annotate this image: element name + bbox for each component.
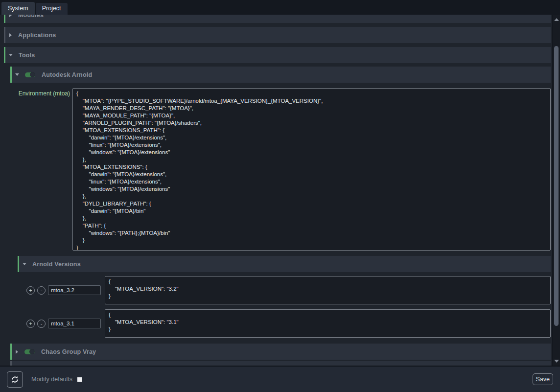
- remove-version-button[interactable]: -: [37, 286, 46, 295]
- modify-defaults-label: Modify defaults: [31, 376, 72, 383]
- toggle-knob: [30, 72, 35, 77]
- chevron-right-icon: [9, 33, 12, 37]
- save-button[interactable]: Save: [533, 373, 554, 385]
- tab-bar: System Project: [0, 0, 560, 15]
- section-header-chaos-group-vray[interactable]: Chaos Group Vray: [10, 344, 551, 360]
- version-key-input[interactable]: [48, 285, 101, 295]
- section-header-arnold-versions[interactable]: Arnold Versions: [18, 256, 551, 272]
- vray-enabled-toggle[interactable]: [24, 349, 35, 354]
- section-header-applications[interactable]: Applications: [4, 27, 551, 43]
- settings-content: Modules Applications Tools Autodesk Arno…: [0, 15, 552, 366]
- scroll-up-button[interactable]: [553, 16, 560, 23]
- settings-window: System Project Modules Applications Tool…: [0, 0, 560, 392]
- tab-project[interactable]: Project: [36, 3, 68, 15]
- vertical-scrollbar[interactable]: [552, 15, 560, 366]
- triangle-up-icon: [554, 18, 559, 21]
- section-label: Arnold Versions: [32, 261, 81, 268]
- section-label: Autodesk Arnold: [42, 71, 92, 78]
- version-row-controls: + -: [18, 319, 103, 328]
- refresh-button[interactable]: [7, 371, 23, 388]
- version-key-input[interactable]: [48, 319, 101, 328]
- arnold-version-row: + - { "MTOA_VERSION": "3.2" }: [18, 276, 551, 304]
- modify-defaults-checkbox[interactable]: [77, 377, 82, 382]
- section-label: Chaos Group Vray: [41, 348, 96, 355]
- section-label: Tools: [19, 52, 35, 59]
- version-json-editor[interactable]: { "MTOA_VERSION": "3.2" }: [105, 276, 551, 304]
- footer-bar: Modify defaults Save: [0, 366, 560, 392]
- section-header-partial[interactable]: [10, 361, 551, 366]
- scroll-down-button[interactable]: [553, 357, 560, 365]
- add-version-button[interactable]: +: [26, 286, 35, 295]
- environment-row: Environment (mtoa) { "MTOA": "{PYPE_STUD…: [10, 88, 551, 251]
- chevron-right-icon: [9, 15, 12, 17]
- section-header-autodesk-arnold[interactable]: Autodesk Arnold: [10, 67, 551, 83]
- section-header-tools[interactable]: Tools: [4, 47, 551, 63]
- version-json-editor[interactable]: { "MTOA_VERSION": "3.1" }: [105, 309, 551, 338]
- settings-viewport: Modules Applications Tools Autodesk Arno…: [0, 15, 560, 366]
- section-label: Applications: [18, 32, 56, 39]
- environment-json-editor[interactable]: { "MTOA": "{PYPE_STUDIO_SOFTWARE}/arnold…: [72, 88, 551, 251]
- remove-version-button[interactable]: -: [37, 320, 46, 328]
- chevron-down-icon: [9, 54, 13, 56]
- section-label: Modules: [18, 15, 44, 19]
- scrollbar-thumb[interactable]: [554, 46, 559, 326]
- arnold-enabled-toggle[interactable]: [25, 72, 35, 77]
- chevron-down-icon: [23, 263, 26, 265]
- refresh-icon: [11, 375, 19, 384]
- section-header-modules[interactable]: Modules: [4, 15, 551, 23]
- toggle-knob: [29, 349, 35, 354]
- chevron-down-icon: [15, 73, 19, 76]
- environment-label: Environment (mtoa): [10, 88, 72, 251]
- tab-system[interactable]: System: [1, 2, 35, 15]
- add-version-button[interactable]: +: [26, 320, 35, 328]
- version-row-controls: + -: [18, 285, 103, 295]
- triangle-down-icon: [554, 360, 559, 363]
- arnold-version-row: + - { "MTOA_VERSION": "3.1" }: [18, 309, 551, 338]
- chevron-right-icon: [16, 350, 18, 354]
